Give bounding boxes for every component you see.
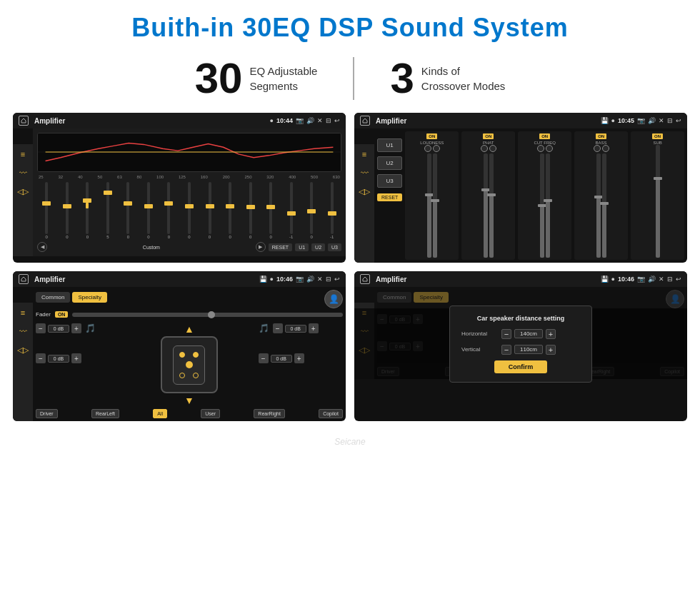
side-icon-eq-2[interactable]: ≡: [362, 150, 366, 158]
side-icon-wave-2[interactable]: 〰: [361, 168, 369, 177]
speaker-dot-rl[interactable]: [179, 373, 185, 378]
eq-reset-btn[interactable]: RESET: [269, 243, 292, 251]
dialog-overlay: Car speaker distance setting Horizontal …: [354, 308, 687, 379]
home-icon-2[interactable]: [360, 116, 370, 126]
driver-btn-3[interactable]: Driver: [36, 409, 58, 418]
copilot-btn-3[interactable]: Copilot: [319, 409, 343, 418]
eq-slider-9[interactable]: 0: [200, 182, 219, 239]
status-bar-1: Amplifier ● 10:44 📷 🔊 ✕ ⊟ ↩: [13, 113, 346, 128]
horizontal-minus[interactable]: −: [501, 329, 511, 339]
eq-slider-1[interactable]: 0: [37, 182, 56, 239]
vol-rr-plus[interactable]: +: [294, 353, 304, 363]
crossover-reset-btn[interactable]: RESET: [377, 193, 402, 201]
specialty-tab-4-bg: Specialty: [414, 292, 448, 303]
rear-left-btn-3[interactable]: RearLeft: [91, 409, 119, 418]
home-icon-3[interactable]: [19, 274, 29, 284]
bass-knob-1[interactable]: [594, 145, 601, 152]
user-btn-3[interactable]: User: [201, 409, 220, 418]
all-btn-3[interactable]: All: [153, 409, 167, 418]
eq-custom-label: Custom: [50, 245, 253, 250]
u3-btn[interactable]: U3: [377, 174, 402, 188]
phat-knob-1[interactable]: [481, 145, 488, 152]
eq-slider-4[interactable]: 5: [99, 182, 118, 239]
eq-u3-btn[interactable]: U3: [328, 243, 341, 251]
back-icon-4: ↩: [676, 276, 681, 283]
cutfreq-knob-1[interactable]: [537, 145, 544, 152]
horizontal-row: Horizontal − 140cm +: [461, 329, 580, 339]
eq-prev-btn[interactable]: ◀: [37, 242, 47, 252]
eq-u2-btn[interactable]: U2: [311, 243, 325, 251]
eq-slider-10[interactable]: 0: [221, 182, 240, 239]
svg-marker-5: [21, 277, 26, 281]
vol-rl-3: − 0 dB +: [36, 353, 120, 363]
bass-knob-2[interactable]: [602, 145, 609, 152]
speaker-dot-fl[interactable]: [179, 352, 185, 358]
phat-on[interactable]: ON: [483, 133, 494, 139]
vertical-minus[interactable]: −: [501, 345, 511, 355]
eq-slider-13[interactable]: -1: [281, 182, 301, 239]
vertical-label: Vertical: [461, 346, 497, 353]
side-icon-wave-1[interactable]: 〰: [19, 168, 27, 177]
side-icon-eq-3[interactable]: ≡: [21, 308, 25, 317]
vol-rr-minus[interactable]: −: [259, 353, 269, 363]
avatar-btn-3[interactable]: 👤: [324, 290, 343, 308]
vol-fr-plus[interactable]: +: [309, 323, 319, 333]
specialty-tab-3[interactable]: Specialty: [72, 292, 106, 303]
eq-next-btn[interactable]: ▶: [256, 242, 266, 252]
eq-slider-2[interactable]: 0: [58, 182, 77, 239]
u2-btn[interactable]: U2: [377, 156, 402, 170]
loudness-on[interactable]: ON: [426, 133, 437, 139]
side-icon-vol-2[interactable]: ◁▷: [359, 187, 370, 196]
side-icon-vol-1[interactable]: ◁▷: [17, 187, 29, 196]
speaker-dot-rr[interactable]: [193, 373, 199, 378]
speaker-dot-fr[interactable]: [193, 352, 199, 358]
phat-knob-2[interactable]: [489, 145, 496, 152]
svg-marker-6: [363, 277, 367, 281]
eq-slider-14[interactable]: 0: [302, 182, 321, 239]
eq-slider-6[interactable]: 0: [139, 182, 159, 239]
eq-text-line1: EQ Adjustable: [249, 64, 317, 79]
bottom-btns-3: Driver RearLeft All User RearRight Copil…: [36, 409, 343, 418]
fader-on-3[interactable]: ON: [55, 311, 69, 318]
side-icon-wave-3[interactable]: 〰: [19, 327, 27, 335]
eq-u1-btn[interactable]: U1: [295, 243, 309, 251]
modes-number: 3: [390, 57, 414, 100]
home-icon-4[interactable]: [360, 274, 370, 284]
common-tab-3[interactable]: Common: [36, 292, 70, 303]
vol-rl-plus[interactable]: +: [71, 353, 81, 363]
fader-label-3: Fader: [36, 311, 51, 318]
vol-fl-minus[interactable]: −: [36, 323, 46, 333]
horizontal-control: − 140cm +: [501, 329, 580, 339]
side-icon-vol-3[interactable]: ◁▷: [17, 345, 29, 355]
phat-sliders: [484, 153, 494, 258]
confirm-button[interactable]: Confirm: [494, 360, 548, 373]
horizontal-plus[interactable]: +: [546, 329, 556, 339]
cutfreq-on[interactable]: ON: [539, 133, 550, 139]
eq-slider-11[interactable]: 0: [241, 182, 260, 239]
eq-slider-12[interactable]: 0: [261, 182, 281, 239]
eq-slider-3[interactable]: 0: [78, 182, 97, 239]
eq-slider-8[interactable]: 0: [180, 182, 199, 239]
sub-on[interactable]: ON: [652, 133, 663, 139]
vol-fr-minus[interactable]: −: [273, 323, 283, 333]
vol-rl-value: 0 dB: [48, 355, 69, 363]
rear-right-btn-3[interactable]: RearRight: [254, 409, 285, 418]
eq-slider-7[interactable]: 0: [159, 182, 179, 239]
save-icon-2: 💾: [601, 117, 609, 124]
vol-rr-3: − 0 dB +: [259, 353, 343, 363]
speaker-dot-center[interactable]: [186, 361, 193, 368]
vol-fl-plus[interactable]: +: [71, 323, 81, 333]
home-icon-1[interactable]: [19, 116, 29, 126]
eq-text-line2: Segments: [249, 79, 317, 94]
loudness-knob-1[interactable]: [424, 145, 431, 152]
eq-slider-15[interactable]: -1: [322, 182, 341, 239]
u1-btn[interactable]: U1: [377, 138, 402, 152]
cutfreq-knob-2[interactable]: [546, 145, 553, 152]
bass-on[interactable]: ON: [596, 133, 606, 139]
vol-rl-minus[interactable]: −: [36, 353, 46, 363]
loudness-knob-2[interactable]: [433, 145, 440, 152]
vertical-plus[interactable]: +: [546, 345, 556, 355]
eq-slider-5[interactable]: 0: [119, 182, 138, 239]
side-icon-eq-1[interactable]: ≡: [21, 150, 25, 158]
fader-slider-3[interactable]: [72, 313, 343, 317]
